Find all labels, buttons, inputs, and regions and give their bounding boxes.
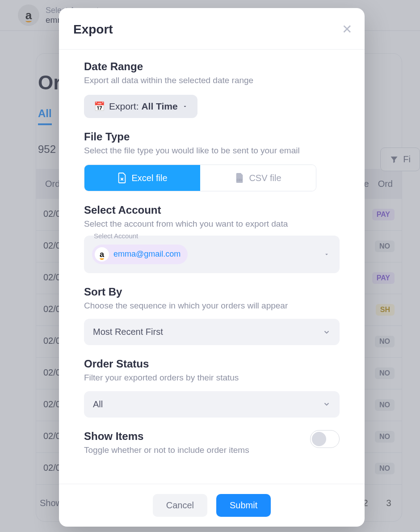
show-items-title: Show Items <box>84 430 249 443</box>
caret-down-icon <box>323 251 330 258</box>
chevron-down-icon <box>323 400 331 408</box>
calendar-icon: 📅 <box>94 101 105 112</box>
select-account-sub: Select the account from which you want t… <box>84 218 340 230</box>
order-status-sub: Filter your exported orders by their sta… <box>84 372 340 384</box>
select-account-title: Select Account <box>84 204 340 216</box>
show-items-toggle[interactable] <box>310 430 340 448</box>
date-range-selector[interactable]: 📅 Export: All Time <box>84 95 197 118</box>
excel-file-icon <box>117 172 127 184</box>
file-type-title: File Type <box>84 131 340 143</box>
amazon-logo-icon: a <box>95 247 109 262</box>
csv-file-icon: CSV <box>235 172 244 184</box>
close-icon[interactable]: ✕ <box>342 23 352 36</box>
toggle-knob <box>312 432 326 446</box>
date-range-title: Date Range <box>84 60 340 73</box>
file-type-excel[interactable]: Excel file <box>84 165 200 191</box>
caret-down-icon <box>182 104 188 109</box>
sort-by-select[interactable]: Most Recent First <box>84 319 340 345</box>
sort-by-title: Sort By <box>84 286 340 298</box>
account-float-label: Select Account <box>92 232 140 240</box>
account-select[interactable]: Select Account a emma@gmail.com <box>84 236 340 273</box>
show-items-sub: Toggle whether or not to include order i… <box>84 444 249 456</box>
submit-button[interactable]: Submit <box>216 494 271 517</box>
export-modal: Export ✕ Date Range Export all data with… <box>59 8 365 527</box>
order-status-title: Order Status <box>84 358 340 370</box>
order-status-select[interactable]: All <box>84 391 340 418</box>
cancel-button[interactable]: Cancel <box>153 494 207 517</box>
svg-text:CSV: CSV <box>237 179 243 182</box>
file-type-csv[interactable]: CSV CSV file <box>200 165 316 191</box>
file-type-sub: Select the file type you would like to b… <box>84 145 340 157</box>
account-chip-email: emma@gmail.com <box>113 249 181 259</box>
modal-title: Export <box>73 22 113 37</box>
account-chip[interactable]: a emma@gmail.com <box>92 245 188 264</box>
sort-by-sub: Choose the sequence in which your orders… <box>84 300 340 312</box>
chevron-down-icon <box>323 328 331 336</box>
date-range-sub: Export all data within the selected date… <box>84 75 340 87</box>
